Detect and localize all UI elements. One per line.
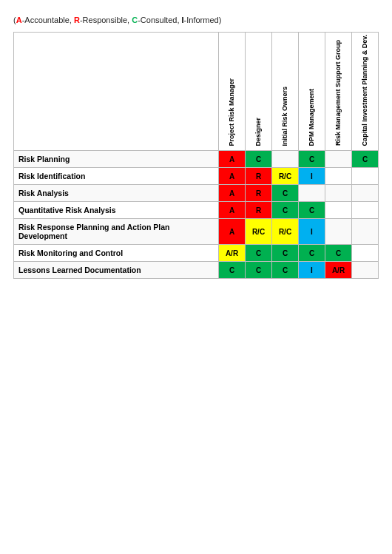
cell (352, 168, 379, 185)
cell (325, 202, 352, 219)
cell (325, 168, 352, 185)
legend: (A-Accountable, R-Responsible, C-Consult… (13, 16, 379, 24)
empty-area (13, 279, 379, 464)
cell: A (219, 168, 246, 185)
cell (272, 151, 299, 168)
row-label: Risk Identification (14, 168, 219, 185)
legend-r: R (74, 16, 80, 24)
col-header-dpm-management: DPM Management (299, 33, 325, 151)
table-row: Quantitative Risk AnalysisARCC (14, 202, 379, 219)
cell: C (246, 262, 272, 279)
cell: C (219, 262, 246, 279)
cell: C (299, 202, 325, 219)
cell: R/C (272, 168, 299, 185)
col-header-capital-investment: Capital Investment Planning & Dev. (352, 33, 379, 151)
row-label: Lessons Learned Documentation (14, 262, 219, 279)
page: (A-Accountable, R-Responsible, C-Consult… (0, 0, 392, 554)
col-header-risk-management-support: Risk Management Support Group (325, 33, 352, 151)
responsibilities-table: Project Risk Manager Designer Initial Ri… (13, 32, 379, 279)
cell (299, 185, 325, 202)
cell: A (219, 202, 246, 219)
legend-i: I (182, 16, 184, 24)
cell: C (299, 245, 325, 262)
row-label: Risk Analysis (14, 185, 219, 202)
cell: I (299, 219, 325, 245)
table-row: Lessons Learned DocumentationCCCIA/R (14, 262, 379, 279)
cell: C (352, 151, 379, 168)
cell: C (246, 245, 272, 262)
cell: C (272, 262, 299, 279)
cell: I (299, 262, 325, 279)
cell: A/R (219, 245, 246, 262)
table-row: Risk Response Planning and Action Plan D… (14, 219, 379, 245)
row-label: Risk Planning (14, 151, 219, 168)
cell: A (219, 219, 246, 245)
table-row: Risk Monitoring and ControlA/RCCCC (14, 245, 379, 262)
legend-c: C (132, 16, 138, 24)
cell: A (219, 151, 246, 168)
col-header-designer: Designer (246, 33, 272, 151)
cell (352, 245, 379, 262)
cell: R (246, 185, 272, 202)
cell: C (272, 185, 299, 202)
legend-a: A (16, 16, 22, 24)
cell: C (272, 202, 299, 219)
row-label: Risk Monitoring and Control (14, 245, 219, 262)
cell: A (219, 185, 246, 202)
cell (325, 219, 352, 245)
cell (352, 219, 379, 245)
cell: C (299, 151, 325, 168)
cell: A/R (325, 262, 352, 279)
cell (352, 262, 379, 279)
col-header-project-manager: Project Risk Manager (219, 33, 246, 151)
header: (A-Accountable, R-Responsible, C-Consult… (13, 16, 379, 24)
cell (352, 185, 379, 202)
cell: C (272, 245, 299, 262)
cell: C (325, 245, 352, 262)
cell (325, 185, 352, 202)
col-header-label (14, 33, 219, 151)
row-label: Quantitative Risk Analysis (14, 202, 219, 219)
cell: R (246, 202, 272, 219)
row-label: Risk Response Planning and Action Plan D… (14, 219, 219, 245)
cell: R/C (272, 219, 299, 245)
cell (325, 151, 352, 168)
cell (352, 202, 379, 219)
table-row: Risk PlanningACCC (14, 151, 379, 168)
table-row: Risk IdentificationARR/CI (14, 168, 379, 185)
cell: C (246, 151, 272, 168)
cell: R (246, 168, 272, 185)
col-header-initial-risk-owners: Initial Risk Owners (272, 33, 299, 151)
cell: I (299, 168, 325, 185)
table-row: Risk AnalysisARC (14, 185, 379, 202)
cell: R/C (246, 219, 272, 245)
